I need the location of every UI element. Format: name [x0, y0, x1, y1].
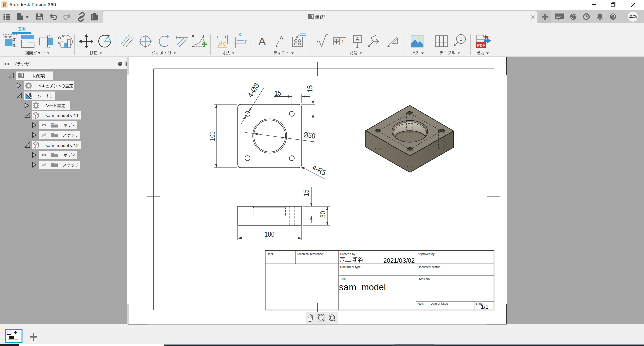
svg-text:2021/03/02: 2021/03/02	[383, 257, 415, 264]
svg-text:Ø50: Ø50	[303, 130, 316, 140]
svg-text:1/1: 1/1	[481, 304, 489, 310]
svg-text:X: X	[238, 32, 241, 37]
svg-text:Document type: Document type	[340, 265, 361, 269]
svg-text:Date of issue: Date of issue	[431, 302, 448, 305]
svg-text:Document status: Document status	[418, 265, 440, 269]
svg-text:A: A	[58, 34, 61, 40]
svg-text:DWG No.: DWG No.	[418, 277, 431, 281]
svg-text:A: A	[279, 35, 284, 42]
svg-text:A: A	[356, 36, 359, 42]
svg-text:A: A	[258, 35, 266, 48]
svg-text:30: 30	[319, 211, 327, 218]
svg-text:sam_model: sam_model	[339, 282, 386, 292]
svg-text:100: 100	[265, 230, 275, 238]
svg-text:.1: .1	[340, 39, 344, 44]
svg-text:Title: Title	[340, 277, 346, 281]
svg-text:Technical reference: Technical reference	[297, 252, 323, 256]
svg-text:15: 15	[302, 190, 310, 196]
svg-text:15: 15	[306, 85, 314, 92]
svg-text:1: 1	[460, 36, 462, 42]
svg-text:sam_model v2:1: sam_model v2:1	[46, 113, 79, 118]
svg-text:Created by: Created by	[340, 252, 356, 256]
svg-text:15: 15	[275, 89, 281, 97]
svg-text:Approved by: Approved by	[418, 252, 435, 256]
svg-text:Dept.: Dept.	[267, 252, 274, 256]
svg-text:Autodesk Fusion 360: Autodesk Fusion 360	[9, 2, 56, 7]
svg-text:100: 100	[208, 131, 216, 141]
svg-text:Y: Y	[244, 39, 247, 44]
svg-text:sam_model v2:2: sam_model v2:2	[46, 143, 79, 148]
svg-text:PDF: PDF	[477, 43, 485, 47]
svg-text:Rev.: Rev.	[418, 302, 424, 305]
